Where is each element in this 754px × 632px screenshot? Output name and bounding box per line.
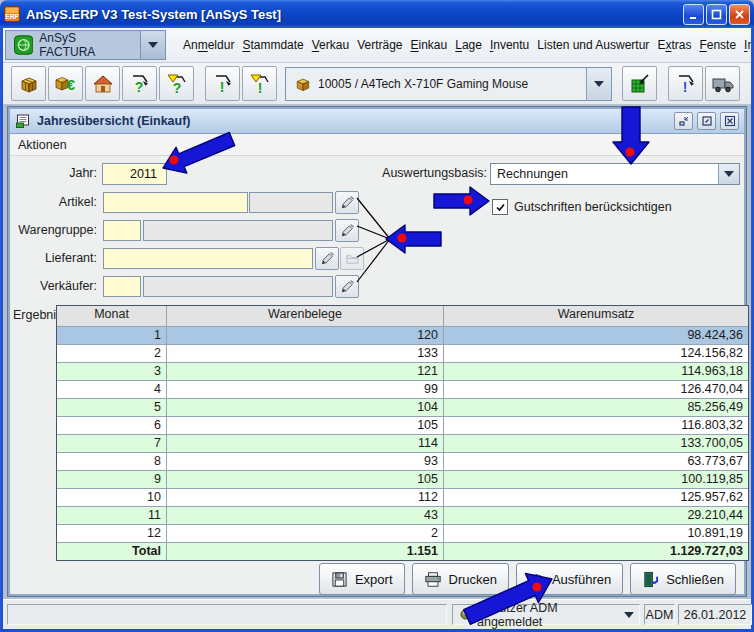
- module-selector-arrow[interactable]: [140, 31, 165, 59]
- article-cube-icon: [18, 73, 40, 95]
- artikel-code-field[interactable]: [103, 192, 248, 213]
- lieferant-clear-button[interactable]: [315, 247, 339, 270]
- article-euro-icon: €: [54, 73, 78, 95]
- table-row[interactable]: 9105100.119,85: [57, 470, 748, 488]
- auswertungsbasis-label: Auswertungsbasis:: [358, 166, 487, 180]
- menu-item[interactable]: Verträge: [356, 36, 403, 54]
- export-button[interactable]: Export: [319, 563, 405, 595]
- warehouse-home-button[interactable]: [85, 66, 120, 101]
- maximize-button[interactable]: [706, 4, 727, 25]
- dialog-button-bar: Export Drucken: [319, 563, 736, 595]
- warengruppe-code-field[interactable]: [103, 220, 141, 241]
- table-row[interactable]: 112098.424,36: [57, 326, 748, 344]
- menu-aktionen[interactable]: Aktionen: [18, 138, 67, 152]
- table-row[interactable]: 3121114.963,18: [57, 362, 748, 380]
- dialog-minimize-button[interactable]: [674, 112, 693, 130]
- user-status-dropdown[interactable]: [621, 612, 637, 618]
- table-cell: 116.803,32: [443, 417, 748, 434]
- folder-open-icon: [345, 251, 360, 266]
- auswertungsbasis-arrow[interactable]: [718, 164, 739, 184]
- dialog-close-button[interactable]: [720, 112, 739, 130]
- drucken-button-label: Drucken: [449, 572, 497, 587]
- article-goto-icon: [629, 73, 651, 95]
- search-exclaim-button[interactable]: !: [205, 66, 240, 101]
- article-goto-button[interactable]: [622, 66, 657, 101]
- article-cube-button[interactable]: [11, 66, 46, 101]
- verkaeufer-code-field[interactable]: [103, 276, 141, 297]
- search-question-new-button[interactable]: ?: [159, 66, 194, 101]
- table-row[interactable]: 114329.210,44: [57, 506, 748, 524]
- table-cell: 133.700,05: [443, 435, 748, 452]
- verkaeufer-clear-button[interactable]: [335, 275, 359, 298]
- search-question-button[interactable]: ?: [122, 66, 157, 101]
- table-cell: 1.151: [166, 543, 443, 560]
- auswertungsbasis-combo[interactable]: Rechnungen: [490, 163, 740, 185]
- menu-item[interactable]: Extras: [656, 36, 692, 54]
- table-cell: 1: [57, 327, 166, 344]
- artikel-label: Artikel:: [10, 195, 97, 209]
- product-selector-arrow[interactable]: [586, 68, 611, 100]
- menu-item[interactable]: Einkau: [410, 36, 449, 54]
- ausfuehren-button[interactable]: Ausführen: [516, 563, 623, 595]
- table-row[interactable]: 510485.256,49: [57, 398, 748, 416]
- table-cell: 112: [166, 489, 443, 506]
- alert-goto-button[interactable]: !: [668, 66, 703, 101]
- user-status-text: Benutzer ADM angemeldet: [477, 601, 615, 629]
- search-exclaim-new-button[interactable]: !: [242, 66, 277, 101]
- eraser-pen-icon: [340, 279, 355, 294]
- eraser-pen-icon: [340, 223, 355, 238]
- menu-item[interactable]: Listen und Auswertur: [536, 36, 650, 54]
- verkaeufer-label: Verkäufer:: [10, 279, 97, 293]
- ausfuehren-button-label: Ausführen: [552, 572, 611, 587]
- svg-text:?: ?: [134, 79, 143, 95]
- table-row[interactable]: 12210.891,19: [57, 524, 748, 542]
- result-table-body: 112098.424,362133124.156,823121114.963,1…: [57, 326, 748, 560]
- artikel-clear-button[interactable]: [335, 191, 359, 214]
- minimize-icon: [688, 9, 699, 20]
- close-button[interactable]: [729, 4, 750, 25]
- menu-item[interactable]: Stammdate: [241, 36, 304, 54]
- drucken-button[interactable]: Drucken: [412, 563, 509, 595]
- warengruppe-clear-button[interactable]: [335, 219, 359, 242]
- table-cell: 43: [166, 507, 443, 524]
- menu-item[interactable]: Anmeldur: [182, 36, 235, 54]
- table-row[interactable]: 7114133.700,05: [57, 434, 748, 452]
- column-header-monat[interactable]: Monat: [57, 306, 166, 326]
- module-selector[interactable]: AnSyS FACTURA: [5, 30, 166, 60]
- gutschriften-label: Gutschriften berücksichtigen: [514, 200, 672, 214]
- column-header-warenumsatz[interactable]: Warenumsatz: [443, 306, 748, 326]
- menu-item[interactable]: Verkau: [311, 36, 350, 54]
- svg-text:ERP: ERP: [5, 13, 19, 20]
- menu-item[interactable]: Inventu: [489, 36, 530, 54]
- table-row[interactable]: 499126.470,04: [57, 380, 748, 398]
- minimize-button[interactable]: [683, 4, 704, 25]
- table-row[interactable]: 89363.773,67: [57, 452, 748, 470]
- table-cell: 11: [57, 507, 166, 524]
- table-row[interactable]: 10112125.957,62: [57, 488, 748, 506]
- dialog-maximize-button[interactable]: [697, 112, 716, 130]
- delivery-truck-button[interactable]: [705, 66, 740, 101]
- lieferant-field[interactable]: [103, 248, 313, 269]
- chevron-down-icon: [148, 42, 158, 48]
- menu-item[interactable]: Fenste: [698, 36, 737, 54]
- table-row[interactable]: 6105116.803,32: [57, 416, 748, 434]
- gutschriften-checkbox[interactable]: [492, 199, 508, 215]
- user-status-panel: Benutzer ADM angemeldet: [452, 604, 640, 625]
- window-title: AnSyS.ERP V3 Test-System [AnSyS Test]: [26, 7, 681, 22]
- dialog-title: Jahresübersicht (Einkauf): [37, 114, 670, 128]
- maximize-icon: [711, 9, 722, 20]
- table-row[interactable]: Total1.1511.129.727,03: [57, 542, 748, 560]
- table-cell: 9: [57, 471, 166, 488]
- column-header-warenbelege[interactable]: Warenbelege: [166, 306, 443, 326]
- schliessen-button[interactable]: Schließen: [630, 563, 736, 595]
- status-bar: Benutzer ADM angemeldet ADM 26.01.2012: [3, 599, 751, 629]
- product-selector[interactable]: 10005 / A4Tech X-710F Gaming Mouse: [285, 67, 612, 101]
- table-row[interactable]: 2133124.156,82: [57, 344, 748, 362]
- jahr-field[interactable]: [102, 163, 167, 185]
- article-euro-button[interactable]: €: [48, 66, 83, 101]
- table-header-row[interactable]: Monat Warenbelege Warenumsatz: [57, 306, 748, 326]
- menu-item[interactable]: Info: [743, 36, 751, 54]
- table-cell: 4: [57, 381, 166, 398]
- menu-item[interactable]: Lage: [454, 36, 483, 54]
- ergebnis-label: Ergebnis:: [13, 308, 61, 322]
